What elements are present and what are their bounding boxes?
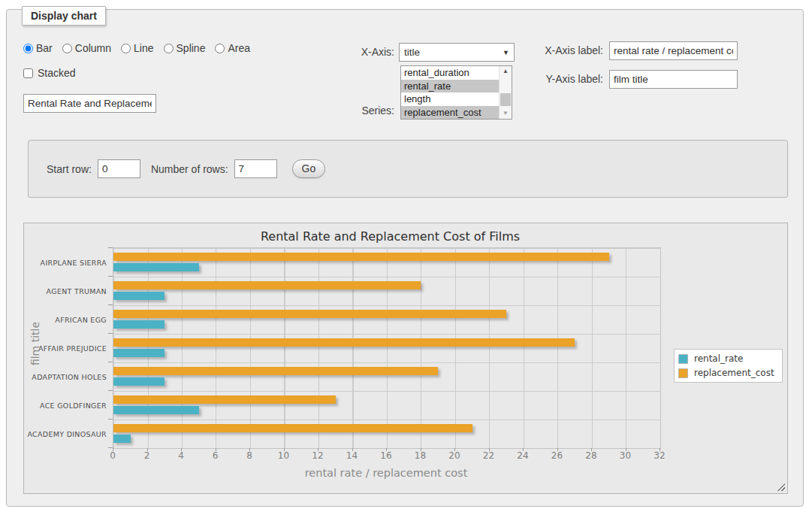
chart-type-radio-bar[interactable] xyxy=(23,44,33,53)
x-tick-label: 12 xyxy=(312,450,323,461)
chart-type-radio-column[interactable] xyxy=(62,44,72,53)
y-tick-mark xyxy=(108,362,113,362)
legend-item-replacement_cost: replacement_cost xyxy=(678,368,774,378)
chart-title-input[interactable] xyxy=(23,94,156,113)
y-tick-mark xyxy=(108,276,113,277)
x-tick-label: 0 xyxy=(110,450,116,461)
bar-rental_rate[interactable] xyxy=(113,320,165,329)
bar-rental_rate[interactable] xyxy=(113,435,131,443)
chart-type-label: Bar xyxy=(36,42,53,54)
x-tick-label: 10 xyxy=(278,450,289,461)
series-listbox-options: rental_durationrental_ratelengthreplacem… xyxy=(401,66,499,119)
chart-type-radio-group: BarColumnLineSplineArea xyxy=(23,42,250,54)
chart-category-row xyxy=(113,277,660,305)
chart-title: Rental Rate and Replacement Cost of Film… xyxy=(24,229,756,244)
chart-type-option-spline[interactable]: Spline xyxy=(164,42,206,54)
series-listbox-scrollbar[interactable]: ▲ ▼ xyxy=(499,66,512,119)
x-tick-label: 20 xyxy=(448,450,460,461)
legend-item-rental_rate: rental_rate xyxy=(678,353,774,364)
fieldset-legend: Display chart xyxy=(22,6,106,26)
scrollbar-down-arrow-icon[interactable]: ▼ xyxy=(500,108,512,119)
x-tick-label: 16 xyxy=(380,450,391,461)
bar-replacement_cost[interactable] xyxy=(113,281,421,289)
scrollbar-up-arrow-icon[interactable]: ▲ xyxy=(500,66,512,77)
chart-category-row xyxy=(113,248,660,277)
chevron-down-icon: ▼ xyxy=(503,49,509,56)
chart-type-radio-line[interactable] xyxy=(121,44,131,53)
x-tick-label: 22 xyxy=(483,450,494,461)
series-listbox[interactable]: rental_durationrental_ratelengthreplacem… xyxy=(400,65,512,120)
chart-type-option-column[interactable]: Column xyxy=(62,42,111,54)
y-axis-label-input[interactable] xyxy=(609,70,738,89)
x-axis-label-field-label: X-Axis label: xyxy=(533,41,603,60)
stacked-checkbox-row[interactable]: Stacked xyxy=(23,67,76,79)
chart-type-label: Spline xyxy=(177,42,206,54)
bar-replacement_cost[interactable] xyxy=(113,338,575,347)
y-axis-category-labels: AIRPLANE SIERRAAGENT TRUMANAFRICAN EGGAF… xyxy=(24,248,107,448)
start-row-label: Start row: xyxy=(47,163,92,175)
legend-swatch xyxy=(678,368,688,378)
series-option-length[interactable]: length xyxy=(401,92,499,106)
x-tick-label: 24 xyxy=(517,450,528,461)
chart-type-label: Column xyxy=(75,42,111,54)
scrollbar-thumb[interactable] xyxy=(500,93,511,106)
y-tick-mark xyxy=(108,390,113,391)
bar-replacement_cost[interactable] xyxy=(113,253,609,261)
chart-type-option-bar[interactable]: Bar xyxy=(23,42,53,54)
stacked-checkbox[interactable] xyxy=(23,68,33,78)
x-tick-label: 4 xyxy=(178,450,184,461)
y-tick-mark xyxy=(108,419,113,420)
bar-rental_rate[interactable] xyxy=(113,292,165,300)
y-category-label: AFRICAN EGG xyxy=(24,305,107,334)
series-option-replacement_cost[interactable]: replacement_cost xyxy=(401,106,499,120)
bar-replacement_cost[interactable] xyxy=(113,395,336,404)
stacked-label: Stacked xyxy=(38,67,76,79)
x-tick-label: 2 xyxy=(144,450,150,461)
series-option-rental_rate[interactable]: rental_rate xyxy=(401,80,499,93)
x-tick-label: 26 xyxy=(551,450,563,461)
chart-type-label: Area xyxy=(228,42,250,54)
go-button[interactable]: Go xyxy=(292,159,326,178)
bar-replacement_cost[interactable] xyxy=(113,367,438,375)
y-axis-label-field-label: Y-Axis label: xyxy=(533,70,603,89)
y-tick-mark xyxy=(108,447,113,448)
plot-area xyxy=(113,247,661,449)
display-chart-fieldset: Display chart BarColumnLineSplineArea St… xyxy=(6,9,804,507)
x-axis-select-value: title xyxy=(404,47,420,58)
x-axis-label-input[interactable] xyxy=(609,41,738,60)
x-tick-label: 30 xyxy=(620,450,631,461)
chart-legend: rental_ratereplacement_cost xyxy=(674,349,783,383)
bar-rental_rate[interactable] xyxy=(113,377,165,386)
bar-rental_rate[interactable] xyxy=(113,263,199,271)
y-category-label: ACADEMY DINOSAUR xyxy=(24,420,107,448)
x-tick-label: 18 xyxy=(415,450,426,461)
num-rows-input[interactable] xyxy=(234,159,277,178)
chart-type-radio-area[interactable] xyxy=(215,44,225,53)
chart-panel: Rental Rate and Replacement Cost of Film… xyxy=(23,223,788,494)
series-option-rental_duration[interactable]: rental_duration xyxy=(401,66,499,80)
bar-rental_rate[interactable] xyxy=(113,349,165,357)
y-category-label: ADAPTATION HOLES xyxy=(24,362,107,391)
y-category-label: AIRPLANE SIERRA xyxy=(24,248,107,277)
y-category-label: ACE GOLDFINGER xyxy=(24,391,107,420)
series-listbox-label: Series: xyxy=(331,101,394,120)
chart-type-option-line[interactable]: Line xyxy=(121,42,153,54)
y-tick-mark xyxy=(108,304,113,305)
chart-category-row xyxy=(113,420,660,448)
legend-swatch xyxy=(678,354,688,364)
legend-label: rental_rate xyxy=(694,353,743,364)
num-rows-label: Number of rows: xyxy=(151,163,228,175)
x-axis-select[interactable]: title ▼ xyxy=(399,43,515,62)
bar-replacement_cost[interactable] xyxy=(113,424,472,432)
row-range-form: Start row: Number of rows: Go xyxy=(47,159,325,178)
resize-grip-icon[interactable] xyxy=(777,483,785,491)
chart-category-row xyxy=(113,391,660,420)
x-axis-tick-labels: 02468101214161820222426283032 xyxy=(113,450,660,462)
x-tick-label: 28 xyxy=(585,450,596,461)
chart-type-radio-spline[interactable] xyxy=(164,44,174,53)
bar-replacement_cost[interactable] xyxy=(113,310,506,318)
x-axis-select-label: X-Axis: xyxy=(331,43,394,62)
bar-rental_rate[interactable] xyxy=(113,406,199,414)
chart-type-option-area[interactable]: Area xyxy=(215,42,250,54)
start-row-input[interactable] xyxy=(98,159,140,178)
